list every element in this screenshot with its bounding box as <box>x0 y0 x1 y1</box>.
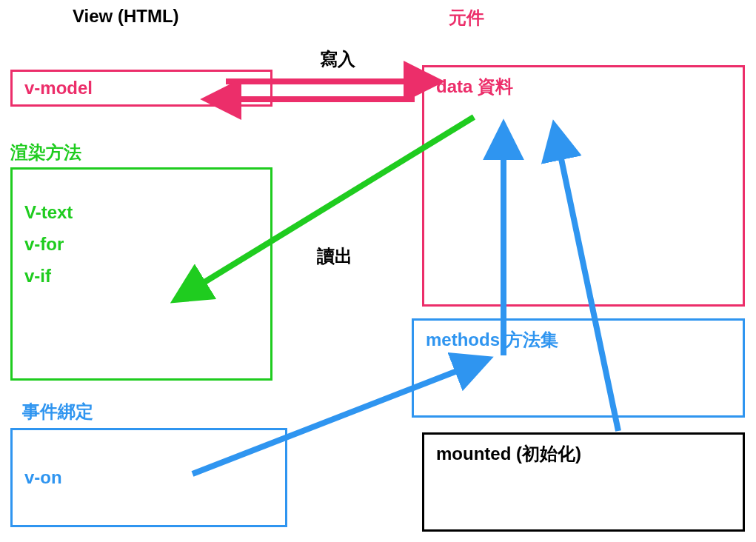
label-read: 讀出 <box>317 244 352 268</box>
text-v-for: v-for <box>24 228 258 260</box>
text-v-on: v-on <box>24 467 62 488</box>
label-render-methods: 渲染方法 <box>10 141 81 164</box>
box-v-on: v-on <box>10 428 287 527</box>
box-v-model: v-model <box>10 70 272 107</box>
label-event-binding: 事件綁定 <box>22 400 93 424</box>
box-data: data 資料 <box>422 65 745 307</box>
text-v-model: v-model <box>24 78 93 98</box>
text-methods: methods 方法集 <box>426 329 558 349</box>
text-v-text: V-text <box>24 196 258 228</box>
box-methods: methods 方法集 <box>412 318 745 418</box>
text-mounted: mounted (初始化) <box>436 444 581 464</box>
box-render-methods: V-text v-for v-if <box>10 167 272 381</box>
header-view-html: View (HTML) <box>73 6 179 27</box>
label-write: 寫入 <box>320 47 355 71</box>
box-mounted: mounted (初始化) <box>422 432 745 532</box>
text-v-if: v-if <box>24 260 258 292</box>
header-component: 元件 <box>449 6 484 30</box>
text-data: data 資料 <box>436 76 513 96</box>
